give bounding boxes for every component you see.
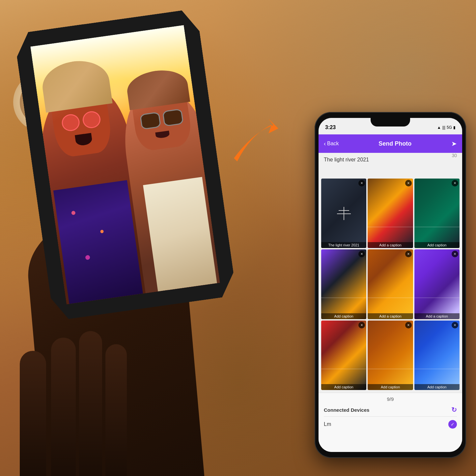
- horizon-line: [321, 369, 366, 369]
- header-bar: ‹ Back Send Photo ➤: [319, 134, 462, 153]
- photo-caption-2[interactable]: Add a caption: [368, 242, 413, 248]
- girl-left-head: [45, 58, 113, 158]
- shirt-right: [143, 177, 217, 292]
- horizon-line: [368, 227, 413, 227]
- thumbnail-1: [321, 179, 366, 248]
- close-button-9[interactable]: ×: [452, 322, 458, 328]
- horizon-line: [414, 297, 460, 298]
- battery-icon: ▮: [453, 125, 456, 130]
- grid-cell-5[interactable]: ×Add a caption: [368, 249, 413, 319]
- thumbnail-5: [368, 249, 413, 319]
- flower-1: [71, 210, 76, 215]
- phone-notch: [371, 118, 410, 126]
- flower-3: [85, 255, 90, 260]
- location-icon: ▲: [437, 125, 441, 130]
- thumbnail-9: [414, 321, 460, 390]
- thumbnail-6: [414, 249, 460, 319]
- grid-cell-7[interactable]: ×Add caption: [321, 321, 366, 390]
- bottom-section: 9/9 Connected Devices ↻ Lm ✓: [319, 393, 462, 452]
- device-check-icon: ✓: [448, 420, 457, 429]
- mouth: [75, 133, 93, 146]
- close-button-8[interactable]: ×: [405, 322, 412, 328]
- char-count: 30: [452, 153, 457, 158]
- horizon-line: [414, 227, 460, 227]
- finger-3: [79, 331, 102, 476]
- grid-cell-9[interactable]: ×Add caption: [414, 321, 460, 390]
- thumbnail-4: [321, 249, 366, 319]
- network-type: 5G: [447, 125, 452, 130]
- tower-icon: [344, 207, 344, 220]
- back-chevron-icon: ‹: [324, 140, 326, 147]
- send-button[interactable]: ➤: [451, 140, 457, 148]
- photo-caption-5[interactable]: Add a caption: [368, 313, 413, 319]
- caption-text[interactable]: The light river 2021: [324, 157, 457, 163]
- photo-caption-6[interactable]: Add a caption: [414, 313, 460, 319]
- grid-cell-8[interactable]: ×Add caption: [368, 321, 413, 390]
- thumbnail-3: [414, 179, 460, 248]
- photo-count: 9/9: [324, 393, 457, 405]
- photo-caption-7[interactable]: Add caption: [321, 384, 366, 390]
- close-button-3[interactable]: ×: [452, 180, 458, 186]
- connected-devices-label: Connected Devices ↻: [324, 405, 457, 415]
- glasses-left-lens: [61, 113, 81, 132]
- sunglass-left: [140, 112, 161, 130]
- smile-right: [155, 131, 170, 139]
- sunglass-right: [162, 108, 184, 126]
- close-button-2[interactable]: ×: [405, 180, 412, 186]
- horizon-line: [321, 297, 366, 298]
- photo-grid: ×The light river 2021×Add a caption×Add …: [319, 176, 462, 393]
- horizon-line: [368, 297, 413, 298]
- back-button[interactable]: ‹ Back: [324, 140, 339, 147]
- girl-right-head: [127, 67, 193, 152]
- orange-arrow-container: [221, 112, 287, 165]
- finger-4: [105, 344, 127, 476]
- device-name: Lm: [324, 421, 331, 427]
- back-label: Back: [327, 141, 339, 147]
- connected-devices-text: Connected Devices: [324, 407, 369, 413]
- photo-caption-3[interactable]: Add caption: [414, 242, 460, 248]
- flower-2: [100, 230, 104, 234]
- shirt-left: [53, 180, 143, 304]
- finger-2: [51, 338, 76, 476]
- caption-input-area[interactable]: The light river 2021: [319, 153, 462, 176]
- signal-bars: |||: [442, 125, 445, 130]
- device-row[interactable]: Lm ✓: [324, 416, 457, 432]
- glasses-right-lens: [82, 110, 102, 129]
- horizon-line: [368, 369, 413, 369]
- status-icons: ▲ ||| 5G ▮: [437, 125, 456, 130]
- orange-arrow-icon: [221, 112, 287, 165]
- phone-body: 3:23 ▲ ||| 5G ▮ ‹ Back Send Photo ➤ 30: [315, 112, 466, 458]
- phone-screen: 3:23 ▲ ||| 5G ▮ ‹ Back Send Photo ➤ 30: [319, 118, 462, 452]
- phone: 3:23 ▲ ||| 5G ▮ ‹ Back Send Photo ➤ 30: [315, 112, 466, 458]
- grid-cell-3[interactable]: ×Add caption: [414, 179, 460, 248]
- grid-cell-1[interactable]: ×The light river 2021: [321, 179, 366, 248]
- grid-cell-6[interactable]: ×Add a caption: [414, 249, 460, 319]
- photo-caption-4[interactable]: Add caption: [321, 313, 366, 319]
- refresh-icon[interactable]: ↻: [451, 406, 457, 414]
- grid-cell-4[interactable]: ×Add caption: [321, 249, 366, 319]
- grid-cell-2[interactable]: ×Add a caption: [368, 179, 413, 248]
- thumbnail-2: [368, 179, 413, 248]
- photo-caption-8[interactable]: Add caption: [368, 384, 413, 390]
- photo-caption-9[interactable]: Add caption: [414, 384, 460, 390]
- thumbnail-8: [368, 321, 413, 390]
- finger-1: [20, 351, 46, 476]
- close-button-5[interactable]: ×: [405, 251, 412, 257]
- photo-caption-1[interactable]: The light river 2021: [321, 242, 366, 248]
- close-button-7[interactable]: ×: [358, 322, 365, 328]
- status-time: 3:23: [325, 125, 336, 130]
- thumbnail-7: [321, 321, 366, 390]
- horizon-line: [414, 369, 460, 369]
- header-title: Send Photo: [378, 140, 411, 147]
